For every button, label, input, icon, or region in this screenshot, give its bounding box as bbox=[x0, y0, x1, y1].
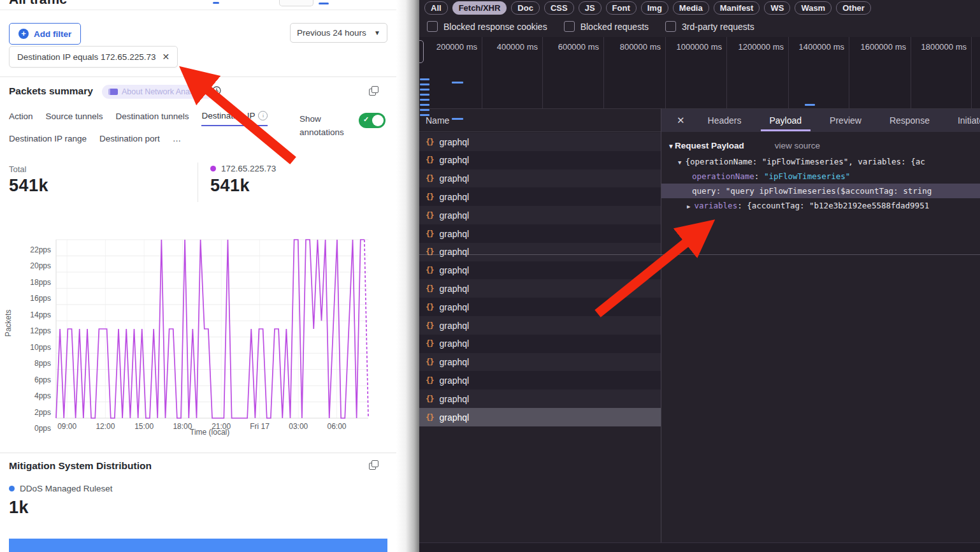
ruler-tick-label: 400000 ms bbox=[497, 42, 538, 52]
json-braces-icon: {} bbox=[426, 266, 433, 275]
request-row[interactable]: {}graphql bbox=[419, 353, 661, 372]
payload-panel: ▼Request Payload view source ▼{operation… bbox=[661, 132, 980, 213]
request-marker bbox=[420, 78, 429, 80]
filter-pill-other[interactable]: Other bbox=[836, 1, 871, 15]
tab-destination-ip[interactable]: Destination IP i bbox=[201, 111, 268, 126]
about-network-analytics-badge[interactable]: About Network Analytics bbox=[102, 85, 214, 99]
request-row[interactable]: {}graphql bbox=[419, 371, 661, 389]
mitigation-distribution-bar[interactable] bbox=[9, 539, 387, 552]
payload-line-1[interactable]: operationName: "ipFlowTimeseries" bbox=[661, 169, 980, 184]
ruler-divider bbox=[665, 37, 666, 108]
checkbox-icon[interactable] bbox=[564, 21, 575, 32]
mitigation-title: Mitigation System Distribution bbox=[9, 460, 152, 472]
x-tick: 09:00 bbox=[57, 422, 76, 431]
request-marker bbox=[420, 104, 429, 106]
ruler-tick-label: 600000 ms bbox=[558, 42, 599, 52]
ruler-divider bbox=[726, 37, 727, 108]
expand-card-icon[interactable] bbox=[369, 86, 379, 96]
timeline-scroll-handle[interactable] bbox=[419, 40, 424, 63]
expanded-triangle-icon[interactable]: ▼ bbox=[678, 159, 681, 166]
packets-timeseries-chart: 22pps20pps18pps16pps14pps12pps10pps8pps6… bbox=[0, 229, 396, 440]
payload-segment: variables bbox=[694, 201, 737, 210]
request-row[interactable]: {}graphql bbox=[419, 243, 661, 261]
tab-destination-port[interactable]: Destination port bbox=[99, 134, 160, 148]
filter-pill-manifest[interactable]: Manifest bbox=[714, 1, 760, 15]
payload-line-3[interactable]: ▶variables: {accountTag: "b12e3b2192ee55… bbox=[661, 198, 980, 213]
filter-pill-wasm[interactable]: Wasm bbox=[795, 1, 832, 15]
request-name: graphql bbox=[439, 265, 469, 275]
filter-pill-js[interactable]: JS bbox=[579, 1, 602, 15]
clipped-toolbar-pill bbox=[279, 0, 313, 6]
filter-pill-img[interactable]: Img bbox=[641, 1, 668, 15]
detail-tab-payload[interactable]: Payload bbox=[761, 110, 811, 131]
name-column-header[interactable]: Name bbox=[419, 109, 661, 132]
filter-pill-doc[interactable]: Doc bbox=[511, 1, 540, 15]
filter-pill-media[interactable]: Media bbox=[673, 1, 709, 15]
request-row[interactable]: {}graphql bbox=[419, 316, 661, 335]
network-timeline-overview[interactable]: 200000 ms400000 ms600000 ms800000 ms1000… bbox=[419, 37, 980, 109]
request-row[interactable]: {}graphql bbox=[419, 133, 661, 151]
request-row[interactable]: {}graphql bbox=[419, 261, 661, 280]
json-braces-icon: {} bbox=[426, 138, 433, 147]
clock-icon[interactable] bbox=[212, 86, 221, 95]
filter-pill-css[interactable]: CSS bbox=[544, 1, 574, 15]
json-braces-icon: {} bbox=[426, 192, 433, 201]
x-tick: 12:00 bbox=[96, 422, 115, 431]
tab-action[interactable]: Action bbox=[9, 111, 33, 126]
add-filter-button[interactable]: + Add filter bbox=[9, 23, 81, 45]
checkbox-3rd-party-requests[interactable]: 3rd-party requests bbox=[665, 21, 754, 32]
page-title: All traffic bbox=[9, 0, 67, 7]
tab-source-tunnels[interactable]: Source tunnels bbox=[46, 111, 103, 126]
checkbox-icon[interactable] bbox=[665, 21, 676, 32]
request-row[interactable]: {}graphql bbox=[419, 335, 661, 353]
more-tabs-ellipsis[interactable]: … bbox=[173, 134, 182, 148]
filter-pill-ws[interactable]: WS bbox=[764, 1, 790, 15]
mitigation-legend: DDoS Managed Ruleset bbox=[9, 484, 113, 493]
series-color-dot bbox=[210, 166, 216, 171]
payload-line-2[interactable]: query: "query ipFlowTimeseries($accountT… bbox=[661, 184, 980, 198]
checkbox-icon[interactable] bbox=[427, 21, 438, 32]
request-row[interactable]: {}graphql bbox=[419, 389, 661, 408]
tab-destination-tunnels[interactable]: Destination tunnels bbox=[116, 111, 189, 126]
request-row[interactable]: {}graphql bbox=[419, 279, 661, 298]
time-range-dropdown[interactable]: Previous 24 hours ▼ bbox=[290, 23, 387, 43]
payload-segment: : bbox=[716, 186, 726, 196]
json-braces-icon: {} bbox=[426, 174, 433, 183]
checkbox-blocked-response-cookies[interactable]: Blocked response cookies bbox=[427, 21, 547, 32]
ruler-tick-label: 1600000 ms bbox=[860, 42, 906, 52]
request-row[interactable]: {}graphql bbox=[419, 206, 661, 224]
ruler-divider bbox=[788, 37, 789, 108]
x-tick: Fri 17 bbox=[250, 422, 270, 431]
checkbox-blocked-requests[interactable]: Blocked requests bbox=[564, 21, 649, 32]
request-payload-section[interactable]: ▼Request Payload bbox=[668, 141, 744, 150]
filter-pill-font[interactable]: Font bbox=[606, 1, 637, 15]
payload-segment: operationName bbox=[692, 171, 754, 181]
show-annotations-toggle[interactable]: ✓ bbox=[359, 113, 386, 128]
request-marker bbox=[420, 84, 429, 85]
request-row[interactable]: {}graphql bbox=[419, 187, 661, 206]
remove-filter-icon[interactable]: ✕ bbox=[162, 52, 169, 62]
view-source-link[interactable]: view source bbox=[775, 141, 820, 150]
payload-segment: : {accountTag: bbox=[737, 201, 809, 210]
clipped-toolbar-fragment bbox=[319, 3, 329, 4]
close-icon[interactable]: ✕ bbox=[661, 115, 694, 126]
detail-tab-initiator[interactable]: Initiator bbox=[949, 110, 980, 131]
detail-tab-response[interactable]: Response bbox=[881, 110, 939, 131]
detail-tab-preview[interactable]: Preview bbox=[821, 110, 870, 131]
y-tick: 20pps bbox=[22, 261, 51, 270]
request-row-selected[interactable]: {}graphql bbox=[419, 408, 661, 426]
filter-pill-fetch-xhr[interactable]: Fetch/XHR bbox=[452, 1, 507, 15]
filter-pill-all[interactable]: All bbox=[424, 1, 448, 15]
screen: All traffic + Add filter Previous 24 hou… bbox=[0, 0, 980, 552]
payload-line-0[interactable]: ▼{operationName: "ipFlowTimeseries", var… bbox=[661, 154, 980, 169]
expand-card-icon[interactable] bbox=[369, 460, 379, 470]
collapsed-triangle-icon[interactable]: ▶ bbox=[687, 203, 690, 210]
request-row[interactable]: {}graphql bbox=[419, 151, 661, 170]
request-row[interactable]: {}graphql bbox=[419, 224, 661, 243]
detail-tab-headers[interactable]: Headers bbox=[699, 110, 751, 131]
filter-chip[interactable]: Destination IP equals 172.65.225.73 ✕ bbox=[9, 46, 178, 68]
request-row[interactable]: {}graphql bbox=[419, 170, 661, 188]
tab-destination-ip-range[interactable]: Destination IP range bbox=[9, 134, 87, 148]
request-row[interactable]: {}graphql bbox=[419, 298, 661, 316]
info-icon[interactable]: i bbox=[258, 111, 268, 120]
